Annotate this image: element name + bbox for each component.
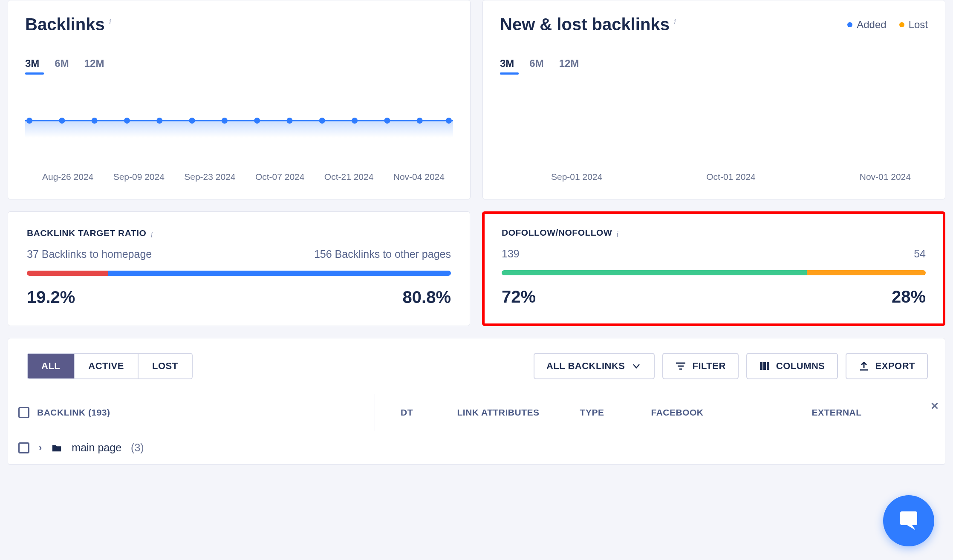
backlinks-chart <box>25 91 453 163</box>
new-lost-title: New & lost backlinks i <box>500 15 676 34</box>
svg-point-7 <box>189 118 195 124</box>
chevron-right-icon[interactable]: › <box>39 442 42 453</box>
svg-point-8 <box>222 118 228 124</box>
svg-point-4 <box>92 118 98 124</box>
follow-ratio-title: DOFOLLOW/NOFOLLOW i <box>502 228 926 239</box>
svg-rect-21 <box>767 362 769 370</box>
columns-button[interactable]: COLUMNS <box>746 353 838 379</box>
target-ratio-bar <box>27 271 451 276</box>
new-lost-line-chart <box>500 91 928 163</box>
row-name: main page <box>72 442 121 454</box>
bar-segment-nofollow <box>807 270 926 275</box>
filter-label: FILTER <box>692 361 725 372</box>
svg-rect-20 <box>763 362 766 370</box>
tab-active[interactable]: ACTIVE <box>74 354 138 378</box>
backlinks-line-chart <box>25 91 453 163</box>
filter-button[interactable]: FILTER <box>662 353 738 379</box>
follow-ratio-bar <box>502 270 926 275</box>
backlinks-title: Backlinks i <box>25 15 111 34</box>
svg-point-14 <box>417 118 423 124</box>
tab-all[interactable]: ALL <box>28 354 74 378</box>
backlinks-card-header: Backlinks i <box>8 0 470 47</box>
svg-point-10 <box>286 118 292 124</box>
export-label: EXPORT <box>875 361 915 372</box>
x-tick: Sep-09 2024 <box>113 172 165 182</box>
th-type[interactable]: TYPE <box>558 394 626 431</box>
svg-point-3 <box>59 118 65 124</box>
x-tick: Oct-21 2024 <box>324 172 374 182</box>
range-tab-12m[interactable]: 12M <box>559 58 579 74</box>
x-tick: Oct-01 2024 <box>706 172 756 182</box>
svg-point-6 <box>156 118 162 124</box>
th-backlink[interactable]: BACKLINK (193) <box>8 394 375 431</box>
th-dt-label: DT <box>401 407 413 418</box>
new-lost-header: New & lost backlinks i Added Lost <box>483 0 945 47</box>
select-all-checkbox[interactable] <box>18 407 29 418</box>
info-icon[interactable]: i <box>674 17 676 26</box>
tab-lost[interactable]: LOST <box>138 354 192 378</box>
new-lost-card: New & lost backlinks i Added Lost 3M 6M … <box>482 0 945 199</box>
dot-icon <box>847 22 852 27</box>
new-lost-body: 3M 6M 12M Sep-01 2024 Oct-01 2024 Nov-01… <box>483 47 945 199</box>
row-checkbox[interactable] <box>18 442 29 453</box>
follow-ratio-left-pct: 72% <box>502 287 536 306</box>
backlinks-table-section: ALL ACTIVE LOST ALL BACKLINKS FILTER <box>8 338 945 465</box>
target-ratio-left-label: 37 Backlinks to homepage <box>27 248 152 260</box>
follow-ratio-right-pct: 28% <box>892 287 926 306</box>
legend-lost: Lost <box>899 19 928 31</box>
svg-rect-19 <box>760 362 762 370</box>
th-attrs-label: LINK ATTRIBUTES <box>457 407 540 418</box>
export-button[interactable]: EXPORT <box>846 353 928 379</box>
th-facebook[interactable]: FACEBOOK <box>626 394 728 431</box>
svg-point-9 <box>254 118 260 124</box>
close-icon[interactable]: ✕ <box>930 400 939 412</box>
backlinks-card-body: 3M 6M 12M <box>8 47 470 199</box>
legend-added-label: Added <box>857 19 886 31</box>
svg-point-11 <box>319 118 325 124</box>
range-tab-6m[interactable]: 6M <box>55 58 69 74</box>
columns-label: COLUMNS <box>776 361 825 372</box>
range-tab-3m[interactable]: 3M <box>500 58 514 74</box>
all-backlinks-dropdown[interactable]: ALL BACKLINKS <box>534 353 655 379</box>
follow-ratio-percents: 72% 28% <box>502 287 926 306</box>
info-icon[interactable]: i <box>109 17 111 26</box>
range-tab-3m[interactable]: 3M <box>25 58 39 74</box>
target-ratio-card: BACKLINK TARGET RATIO i 37 Backlinks to … <box>8 211 470 326</box>
new-lost-chart <box>500 91 928 163</box>
x-tick: Nov-01 2024 <box>860 172 911 182</box>
th-ext-label: EXTERNAL <box>811 407 861 418</box>
toolbar-right: ALL BACKLINKS FILTER COLUMNS <box>534 353 928 379</box>
export-icon <box>858 361 869 372</box>
target-ratio-right-label: 156 Backlinks to other pages <box>314 248 451 260</box>
svg-rect-0 <box>25 121 453 138</box>
follow-ratio-right-count: 54 <box>914 248 926 260</box>
row-first-cell: › main page (3) <box>18 442 385 454</box>
all-backlinks-label: ALL BACKLINKS <box>546 361 625 372</box>
info-icon[interactable]: i <box>616 230 619 239</box>
range-tab-12m[interactable]: 12M <box>84 58 104 74</box>
backlinks-range-tabs: 3M 6M 12M <box>25 58 453 74</box>
follow-ratio-card: DOFOLLOW/NOFOLLOW i 139 54 72% 28% <box>482 211 945 326</box>
info-icon[interactable]: i <box>150 231 153 240</box>
bar-segment-dofollow <box>502 270 807 275</box>
backlinks-x-axis: Aug-26 2024 Sep-09 2024 Sep-23 2024 Oct-… <box>25 163 453 182</box>
backlinks-title-text: Backlinks <box>25 15 105 34</box>
target-ratio-title: BACKLINK TARGET RATIO i <box>27 228 451 240</box>
legend-lost-label: Lost <box>909 19 928 31</box>
th-external[interactable]: EXTERNAL <box>728 394 945 431</box>
target-ratio-percents: 19.2% 80.8% <box>27 288 451 307</box>
range-tab-6m[interactable]: 6M <box>529 58 543 74</box>
legend-added: Added <box>847 19 886 31</box>
follow-ratio-left-count: 139 <box>502 248 520 260</box>
target-ratio-labels: 37 Backlinks to homepage 156 Backlinks t… <box>27 248 451 260</box>
bar-segment-homepage <box>27 271 108 276</box>
x-tick: Sep-01 2024 <box>551 172 602 182</box>
svg-point-13 <box>384 118 390 124</box>
bar-segment-other <box>108 271 451 276</box>
th-dt[interactable]: DT <box>375 394 439 431</box>
row-count: (3) <box>131 442 144 454</box>
new-lost-x-axis: Sep-01 2024 Oct-01 2024 Nov-01 2024 <box>500 163 928 182</box>
th-link-attributes[interactable]: LINK ATTRIBUTES <box>439 394 558 431</box>
th-type-label: TYPE <box>580 407 604 418</box>
table-row[interactable]: › main page (3) <box>8 431 945 465</box>
